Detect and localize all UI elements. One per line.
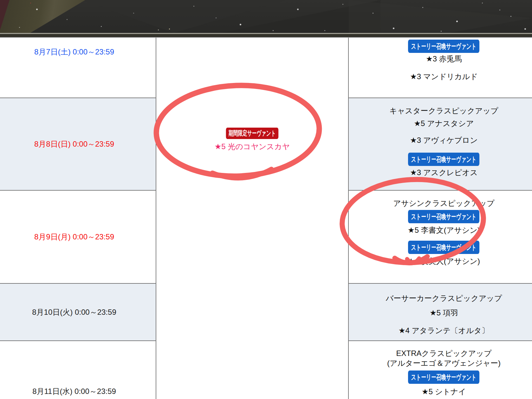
pickup-column: ストーリー召喚サーヴァント ★3 赤兎馬 ★3 マンドリカルド キャスタークラス… [349, 6, 532, 399]
pickup-title: バーサーカークラスピックアップ [386, 294, 502, 303]
pickup-cell-row2: キャスタークラスピックアップ ★5 アナスタシア ★3 アヴィケブロン ストーリ… [349, 98, 532, 191]
servant-name: ★4 アタランテ〔オルタ〕 [399, 326, 489, 335]
date-text: 8月9日(月) 0:00～23:59 [34, 232, 114, 242]
servant-name: ★5 項羽 [430, 308, 458, 318]
date-text: 8月10日(火) 0:00～23:59 [32, 307, 116, 317]
servant-name: ★5 李書文(アサシン) [408, 225, 480, 235]
limited-servant-badge: 期間限定サーヴァント [226, 128, 278, 139]
story-summon-badge: ストーリー召喚サーヴァント [408, 210, 479, 223]
date-column: 8月7日(土) 0:00～23:59 8月8日(日) 0:00～23:59 8月… [0, 6, 156, 399]
servant-name: ★3 赤兎馬 [426, 54, 462, 64]
date-cell-row4: 8月10日(火) 0:00～23:59 [0, 284, 156, 341]
limited-servant-column: 期間限定サーヴァント ★5 光のコヤンスカヤ [156, 0, 349, 399]
pickup-cell-row3: アサシンクラスピックアップ ストーリー召喚サーヴァント ★5 李書文(アサシン)… [349, 191, 532, 284]
servant-name: ★3 アスクレピオス [410, 168, 477, 177]
date-cell-row5: 8月11日(水) 0:00～23:59 [0, 341, 156, 399]
servant-name: ★5 シトナイ [422, 387, 466, 396]
limited-servant-name: ★5 光のコヤンスカヤ [215, 142, 290, 151]
servant-name: ★5 アナスタシア [414, 119, 474, 128]
pickup-title: アサシンクラスピックアップ [393, 199, 494, 208]
story-summon-badge: ストーリー召喚サーヴァント [408, 241, 479, 254]
date-text: 8月11日(水) 0:00～23:59 [32, 387, 116, 396]
pickup-title: キャスタークラスピックアップ [389, 106, 498, 116]
date-text: 8月8日(日) 0:00～23:59 [34, 139, 114, 149]
story-summon-badge: ストーリー召喚サーヴァント [408, 40, 479, 53]
date-text: 8月7日(土) 0:00～23:59 [34, 47, 114, 57]
story-summon-badge: ストーリー召喚サーヴァント [408, 370, 479, 384]
servant-name: ★3 アヴィケブロン [410, 136, 477, 145]
pickup-title: EXTRAクラスピックアップ [396, 348, 491, 358]
servant-name: ★4 虞美人(アサシン) [408, 256, 480, 266]
header-banner [0, 0, 532, 38]
summon-schedule-page: 期間限定サーヴァント ★5 光のコヤンスカヤ 8月7日(土) 0:00～23:5… [0, 0, 532, 399]
banner-divider-gray [0, 37, 532, 38]
banner-facet [349, 0, 532, 33]
pickup-cell-row4: バーサーカークラスピックアップ ★5 項羽 ★4 アタランテ〔オルタ〕 [349, 284, 532, 341]
limited-servant-block: 期間限定サーヴァント ★5 光のコヤンスカヤ [156, 128, 348, 151]
pickup-cell-row5: EXTRAクラスピックアップ (アルターエゴ＆アヴェンジャー) ストーリー召喚サ… [349, 341, 532, 399]
banner-facet [0, 0, 89, 33]
banner-divider-strip [0, 34, 532, 37]
date-cell-row3: 8月9日(月) 0:00～23:59 [0, 191, 156, 284]
pickup-subtitle: (アルターエゴ＆アヴェンジャー) [387, 358, 501, 368]
date-cell-row2: 8月8日(日) 0:00～23:59 [0, 98, 156, 191]
servant-name: ★3 マンドリカルド [410, 72, 477, 81]
story-summon-badge: ストーリー召喚サーヴァント [408, 153, 479, 166]
banner-star-dots [0, 0, 1, 1]
